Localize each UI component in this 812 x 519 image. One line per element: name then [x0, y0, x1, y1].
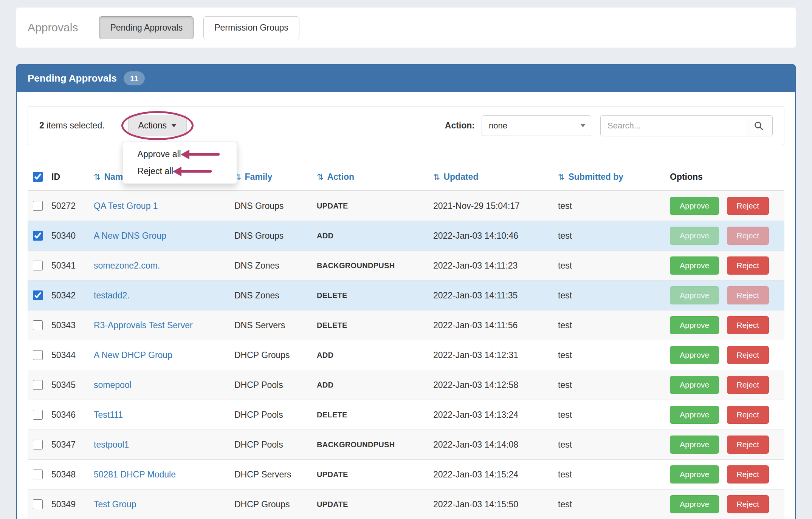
annotation-arrow-approve-all: [189, 153, 220, 156]
panel-title: Pending Approvals: [28, 73, 117, 84]
row-submitted-by: test: [554, 430, 666, 460]
approve-button[interactable]: Approve: [670, 376, 719, 394]
table-row: 50349 Test Group DHCP Groups UPDATE 2022…: [28, 490, 784, 519]
reject-button[interactable]: Reject: [727, 197, 769, 215]
row-submitted-by: test: [554, 340, 666, 370]
approve-button[interactable]: Approve: [670, 227, 719, 245]
table-row: 50348 50281 DHCP Module DHCP Servers UPD…: [28, 460, 784, 490]
row-name-link[interactable]: A New DHCP Group: [94, 350, 172, 360]
row-name-link[interactable]: R3-Approvals Test Server: [94, 320, 193, 330]
row-name-link[interactable]: QA Test Group 1: [94, 201, 158, 211]
reject-button[interactable]: Reject: [727, 376, 769, 394]
pending-count-badge: 11: [124, 71, 145, 85]
reject-button[interactable]: Reject: [727, 495, 769, 513]
approve-button[interactable]: Approve: [670, 495, 719, 513]
panel-header: Pending Approvals 11: [17, 65, 795, 92]
menu-item-approve-all[interactable]: Approve all: [123, 146, 237, 163]
row-action: DELETE: [313, 281, 429, 310]
approve-button[interactable]: Approve: [670, 465, 719, 483]
row-action: BACKGROUNDPUSH: [313, 430, 429, 460]
table-row: 50346 Test111 DHCP Pools DELETE 2022-Jan…: [28, 400, 784, 430]
reject-button[interactable]: Reject: [727, 227, 769, 245]
row-name-link[interactable]: 50281 DHCP Module: [94, 470, 176, 479]
approve-button[interactable]: Approve: [670, 406, 719, 424]
approve-button[interactable]: Approve: [670, 197, 719, 215]
row-action: ADD: [313, 370, 429, 400]
row-select-checkbox[interactable]: [33, 320, 43, 330]
row-family: DNS Groups: [231, 191, 313, 221]
row-action: DELETE: [313, 400, 429, 430]
row-updated: 2022-Jan-03 14:12:31: [429, 340, 554, 370]
column-header-updated[interactable]: ⇅Updated: [429, 165, 554, 191]
row-select-checkbox[interactable]: [33, 231, 43, 241]
row-select-checkbox[interactable]: [33, 470, 43, 479]
row-name-link[interactable]: Test Group: [94, 499, 136, 509]
top-bar: Approvals Pending Approvals Permission G…: [16, 8, 796, 48]
row-action: DELETE: [313, 310, 429, 340]
column-header-family[interactable]: ⇅Family: [231, 165, 313, 191]
column-header-submitted-by[interactable]: ⇅Submitted by: [554, 165, 666, 191]
search-button[interactable]: [745, 115, 773, 136]
row-select-checkbox[interactable]: [33, 499, 43, 509]
row-action: BACKGROUNDPUSH: [313, 251, 429, 281]
row-select-checkbox[interactable]: [33, 261, 43, 270]
tab-pending-approvals[interactable]: Pending Approvals: [99, 16, 194, 39]
actions-button[interactable]: Actions: [128, 115, 187, 136]
row-select-checkbox[interactable]: [33, 440, 43, 449]
row-family: DHCP Servers: [231, 460, 313, 490]
column-header-id: ID: [48, 165, 90, 191]
row-id: 50346: [48, 400, 90, 430]
approve-button[interactable]: Approve: [670, 256, 719, 275]
action-filter-select[interactable]: none: [482, 115, 591, 136]
column-header-action[interactable]: ⇅Action: [313, 165, 429, 191]
sort-icon: ⇅: [433, 172, 440, 182]
reject-button[interactable]: Reject: [727, 436, 769, 454]
row-name-link[interactable]: somepool: [94, 380, 132, 390]
approvals-table-body: 50272 QA Test Group 1 DNS Groups UPDATE …: [28, 191, 784, 519]
reject-button[interactable]: Reject: [727, 465, 769, 483]
row-id: 50348: [48, 460, 90, 490]
row-select-checkbox[interactable]: [33, 380, 43, 390]
approve-button[interactable]: Approve: [670, 316, 719, 334]
tab-permission-groups[interactable]: Permission Groups: [203, 16, 299, 39]
approve-button[interactable]: Approve: [670, 346, 719, 364]
row-action: ADD: [313, 221, 429, 251]
table-row: 50341 somezone2.com. DNS Zones BACKGROUN…: [28, 251, 784, 281]
row-family: DNS Groups: [231, 221, 313, 251]
actions-dropdown-menu: Approve all Reject all: [123, 142, 237, 184]
row-select-checkbox[interactable]: [33, 350, 43, 360]
search-input[interactable]: [600, 115, 745, 136]
reject-button[interactable]: Reject: [727, 256, 769, 275]
row-action: UPDATE: [313, 191, 429, 221]
row-name-link[interactable]: A New DNS Group: [94, 231, 166, 241]
panel-body: 2 items selected. Actions Approve all Re…: [17, 92, 795, 519]
row-action: UPDATE: [313, 490, 429, 519]
reject-button[interactable]: Reject: [727, 316, 769, 334]
row-select-checkbox[interactable]: [33, 410, 43, 420]
table-row: 50342 testadd2. DNS Zones DELETE 2022-Ja…: [28, 281, 784, 310]
annotation-arrow-reject-all: [181, 170, 212, 173]
sort-icon: ⇅: [558, 172, 565, 182]
row-submitted-by: test: [554, 191, 666, 221]
approve-button[interactable]: Approve: [670, 436, 719, 454]
select-all-checkbox[interactable]: [33, 172, 43, 182]
approve-button[interactable]: Approve: [670, 286, 719, 304]
menu-item-reject-all[interactable]: Reject all: [123, 163, 237, 180]
row-select-checkbox[interactable]: [33, 201, 43, 211]
row-id: 50345: [48, 370, 90, 400]
row-name-link[interactable]: testadd2.: [94, 290, 130, 300]
row-action: UPDATE: [313, 460, 429, 490]
pending-approvals-panel: Pending Approvals 11 2 items selected. A…: [16, 64, 796, 519]
row-name-link[interactable]: somezone2.com.: [94, 261, 160, 270]
row-name-link[interactable]: Test111: [94, 410, 123, 420]
row-family: DHCP Pools: [231, 370, 313, 400]
selected-label: items selected.: [46, 120, 104, 130]
action-select-wrap: none: [482, 115, 591, 136]
row-name-link[interactable]: testpool1: [94, 440, 129, 449]
reject-button[interactable]: Reject: [727, 346, 769, 364]
row-updated: 2022-Jan-03 14:11:23: [429, 251, 554, 281]
row-select-checkbox[interactable]: [33, 290, 43, 300]
reject-button[interactable]: Reject: [727, 406, 769, 424]
actions-dropdown-wrap: Actions Approve all Reject all: [128, 115, 187, 136]
reject-button[interactable]: Reject: [727, 286, 769, 304]
